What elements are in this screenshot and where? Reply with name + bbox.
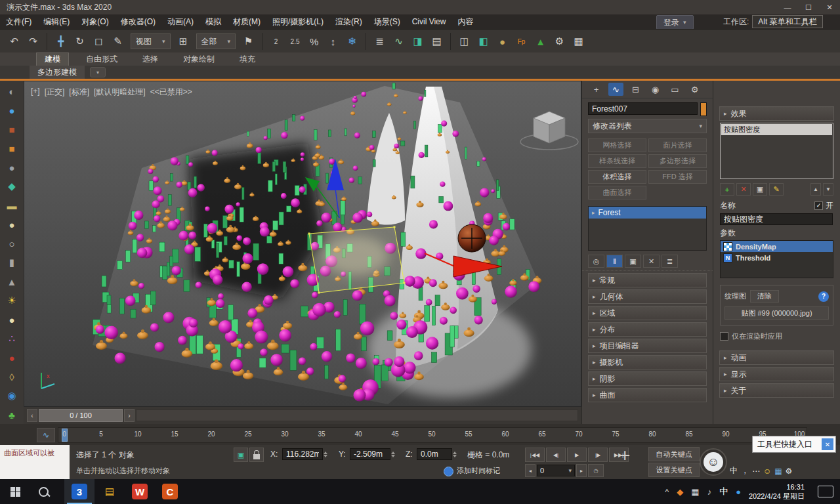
ribbon-tab-4[interactable]: 对象绘制 <box>175 52 222 66</box>
selection-filter-dropdown[interactable]: 全部▾ <box>196 33 236 49</box>
tab-polygon-modeling[interactable]: 多边形建模 <box>30 66 85 79</box>
effects-list[interactable]: 按贴图密度 <box>720 123 833 179</box>
delete-effect-icon[interactable]: ✕ <box>736 183 751 196</box>
move-down-icon[interactable]: ▼ <box>823 183 833 196</box>
tray-network-icon[interactable]: ▦ <box>691 487 699 497</box>
time-slider-handle[interactable]: 0 / 100 <box>39 409 123 422</box>
render-icon[interactable]: ▦ <box>570 32 587 51</box>
primitive-cone-icon[interactable]: ▲ <box>4 274 20 289</box>
y-coordinate-field[interactable] <box>350 448 390 460</box>
menu-item-9[interactable]: 渲染(R) <box>329 14 368 29</box>
selection-lock-toggle[interactable] <box>249 448 264 462</box>
sun-icon[interactable]: ☀ <box>4 293 20 308</box>
move-up-icon[interactable]: ▲ <box>810 183 821 196</box>
named-selection-icon[interactable]: ≣ <box>371 32 388 51</box>
primitive-sphere-blue-icon[interactable]: ● <box>4 102 20 118</box>
object-name-field[interactable] <box>588 102 698 115</box>
add-effect-icon[interactable]: + <box>720 183 734 196</box>
assistant-button[interactable]: ☺ <box>700 448 727 476</box>
rollout-3[interactable]: ▸区域 <box>588 306 707 320</box>
frame-number-field[interactable]: ▾ <box>537 465 575 476</box>
configure-modifier-sets-icon[interactable]: ≣ <box>662 255 678 268</box>
frame-forward-button[interactable]: ▸ <box>576 464 587 477</box>
workspace-value[interactable]: Alt 菜单和工具栏 <box>752 15 822 28</box>
spinner-icon[interactable] <box>453 452 457 457</box>
menu-item-2[interactable]: 编辑(E) <box>37 14 75 29</box>
fx-rollout-1[interactable]: ▸动画 <box>719 350 834 365</box>
menu-item-6[interactable]: 模拟 <box>200 14 227 29</box>
pin-stack-icon[interactable]: ◎ <box>588 255 604 268</box>
next-frame-button[interactable]: |▶ <box>588 448 608 462</box>
primitive-ring-icon[interactable]: ○ <box>4 236 20 251</box>
menu-item-7[interactable]: 材质(M) <box>227 14 266 29</box>
minimize-button[interactable]: — <box>777 0 798 14</box>
tab-hierarchy[interactable]: ⊟ <box>628 83 643 96</box>
close-button[interactable]: ✕ <box>819 0 840 14</box>
mirror-icon[interactable]: ◫ <box>455 32 473 51</box>
spinner-icon[interactable] <box>391 452 395 457</box>
primitive-box-orange-icon[interactable]: ■ <box>4 140 20 156</box>
show-end-result-icon[interactable]: ‖ <box>606 255 623 268</box>
snap-toggle-25d-icon[interactable]: 2.5 <box>286 32 304 51</box>
menu-item-10[interactable]: 场景(S) <box>368 14 406 29</box>
viewport-menu-pov[interactable]: [正交] <box>45 87 65 98</box>
ribbon-tab-2[interactable]: 自由形式 <box>78 52 125 66</box>
taskbar-search-button[interactable] <box>30 479 56 504</box>
effect-item-1[interactable]: 按贴图密度 <box>721 124 832 135</box>
tray-security-icon[interactable]: ◆ <box>677 487 683 497</box>
app-wps[interactable]: W <box>125 479 155 504</box>
paint-select-icon[interactable]: ✎ <box>109 32 127 51</box>
menu-item-12[interactable]: 内容 <box>452 14 479 29</box>
tray-expand-icon[interactable]: ^ <box>665 487 669 497</box>
effect-on-checkbox[interactable]: ✓ <box>814 201 823 210</box>
toolbar-shortcut-popup[interactable]: 工具栏快捷入口 ✕ <box>752 436 836 453</box>
grass-icon[interactable]: ♣ <box>4 407 20 423</box>
tab-create[interactable]: + <box>589 83 604 96</box>
primitive-sphere-gray-icon[interactable]: ● <box>4 159 20 175</box>
render-only-checkbox[interactable] <box>720 332 728 341</box>
scene-explorer-icon[interactable]: ▤ <box>428 32 446 51</box>
viewcube[interactable] <box>520 112 578 150</box>
track-bar-ruler[interactable]: 0510152025303540455055606570758085909510… <box>58 427 807 443</box>
auto-key-button[interactable]: 自动关键点 <box>648 447 700 461</box>
time-slider-track[interactable] <box>136 410 578 421</box>
frame-back-button[interactable]: ◂ <box>525 464 536 477</box>
param-row-threshold[interactable]: NThreshold <box>721 252 833 263</box>
reference-coord-icon[interactable]: ⊞ <box>175 32 192 51</box>
viewport-menu-shading[interactable]: [默认明暗处理] <box>94 87 146 98</box>
edit-effect-icon[interactable]: ✎ <box>769 183 784 196</box>
maximize-button[interactable]: ☐ <box>798 0 819 14</box>
fx-rollout-3[interactable]: ▸关于 <box>719 383 834 398</box>
hourglass-icon[interactable]: ◊ <box>4 369 20 385</box>
chevron-down-icon[interactable]: ▾ <box>90 67 106 77</box>
material-editor-icon[interactable]: ● <box>494 32 511 51</box>
taskbar-clock[interactable]: 16:31 2022/4/24 星期日 <box>749 482 805 501</box>
z-coordinate-field[interactable] <box>417 448 452 460</box>
select-and-rotate-icon[interactable]: ↻ <box>71 32 89 51</box>
rollout-5[interactable]: ▸项目编辑器 <box>588 339 707 353</box>
isolate-selection-toggle[interactable]: ▣ <box>234 448 248 462</box>
tab-motion[interactable]: ◉ <box>648 83 663 96</box>
new-scene-plus-icon[interactable]: + <box>620 445 630 466</box>
rollout-effects[interactable]: ▸ 效果 <box>719 106 834 121</box>
viewport[interactable]: [+] [正交] [标准] [默认明暗处理] <<已禁用>> x <box>24 81 581 407</box>
tab-display[interactable]: ▭ <box>667 83 682 96</box>
workspace-selector[interactable]: 工作区: Alt 菜单和工具栏 <box>723 15 823 28</box>
ribbon-tab-1[interactable]: 建模 <box>36 52 69 66</box>
forestpack-icon[interactable]: Fp <box>513 32 530 51</box>
droplet-icon[interactable]: ● <box>4 350 20 366</box>
curve-editor-icon[interactable]: ∿ <box>390 32 408 51</box>
tab-modify[interactable]: ∿ <box>608 83 623 96</box>
selection-button-4[interactable]: 多边形选择 <box>648 154 707 168</box>
percent-snap-icon[interactable]: % <box>305 32 323 51</box>
primitive-slab-icon[interactable]: ▬ <box>4 198 20 213</box>
params-list[interactable]: DensityMapNThreshold <box>720 240 833 278</box>
selection-button-7[interactable]: 曲面选择 <box>588 186 646 200</box>
app-3dsmax[interactable]: 3 <box>64 479 94 504</box>
ime-punct-icon[interactable]: ， <box>741 465 749 476</box>
ime-emoji-icon[interactable]: ☺ <box>763 467 771 476</box>
rollout-4[interactable]: ▸分布 <box>588 322 707 337</box>
x-coordinate-field[interactable] <box>282 448 323 460</box>
ribbon-tab-3[interactable]: 选择 <box>135 52 166 66</box>
tab-utilities[interactable]: ⚙ <box>687 83 702 96</box>
